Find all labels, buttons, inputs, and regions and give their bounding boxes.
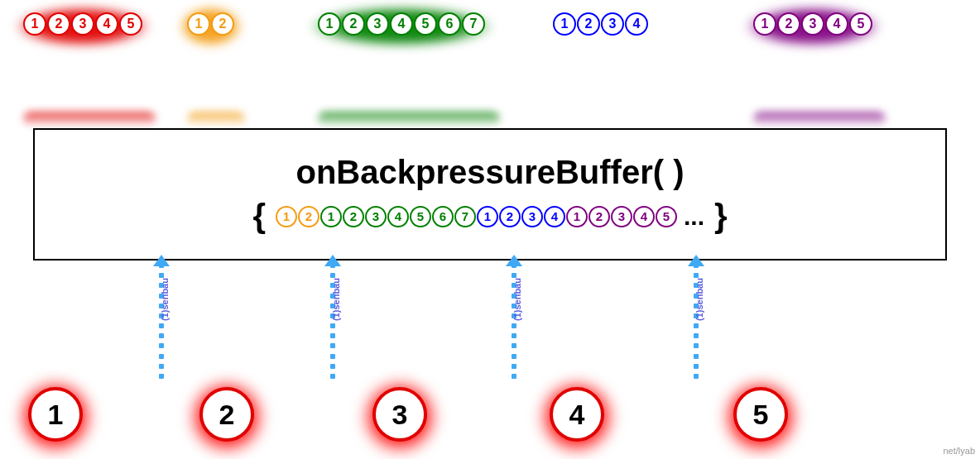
output-marble-4: 4 [550,387,604,442]
buffer-marble-6: 5 [410,206,431,227]
buffer-marble-7: 6 [432,206,454,227]
output-marble-label: 3 [372,387,427,442]
output-marble-3: 3 [372,387,427,442]
emission-group-blue: 1234 [553,12,648,36]
marble-blue-3: 3 [601,12,624,36]
request-arrow-1: (1)senbau [331,263,334,379]
buffer-marble-16: 4 [633,206,655,227]
marble-purple-5: 5 [849,12,872,36]
reflection-row [0,112,980,130]
buffer-marble-13: 1 [566,206,588,227]
buffer-marble-0: 1 [276,206,297,227]
request-label: (1)senbau [512,278,522,321]
buffer-marble-5: 4 [387,206,409,227]
emission-group-red: 12345 [23,12,142,36]
marble-green-1: 1 [318,12,341,36]
marble-green-7: 7 [462,12,485,36]
output-marble-label: 5 [733,387,788,442]
output-marble-2: 2 [199,387,254,442]
marble-blue-4: 4 [625,12,648,36]
buffer-marble-14: 2 [588,206,610,227]
request-arrow-2: (1)senbau [512,263,516,379]
reflection-red [23,112,156,127]
output-marble-5: 5 [733,387,788,442]
brace-open: { [252,198,266,235]
buffer-marble-8: 7 [454,206,476,227]
marble-red-4: 4 [95,12,118,36]
buffer-marble-3: 2 [343,206,364,227]
request-label: (1)senbau [160,278,170,321]
buffer-marble-17: 5 [656,206,677,227]
marble-purple-2: 2 [777,12,800,36]
buffer-marble-15: 3 [611,206,632,227]
buffer-ellipsis: ... [684,203,704,231]
marble-red-1: 1 [23,12,46,36]
marble-red-5: 5 [119,12,142,36]
marble-orange-2: 2 [211,12,234,36]
buffer-items: 121234567123412345 [276,206,677,227]
request-arrow-3: (1)senbau [694,263,698,379]
marble-green-4: 4 [390,12,413,36]
buffer-marble-9: 1 [477,206,498,227]
output-marble-1: 1 [28,387,83,442]
marble-blue-1: 1 [553,12,576,36]
marble-purple-4: 4 [825,12,848,36]
request-label: (1)senbau [331,278,341,321]
buffer-marble-12: 4 [544,206,565,227]
buffer-marble-10: 2 [499,206,521,227]
request-arrow-0: (1)senbau [160,263,163,379]
reflection-orange [187,112,245,127]
output-marble-label: 4 [550,387,604,442]
emission-group-orange: 12 [187,12,234,36]
buffer-row: { 121234567123412345 ... } [244,198,735,235]
marble-red-3: 3 [71,12,94,36]
marble-blue-2: 2 [577,12,600,36]
marble-green-2: 2 [342,12,365,36]
buffer-marble-11: 3 [521,206,543,227]
operator-box: onBackpressureBuffer( ) { 12123456712341… [33,128,947,261]
source-emissions-row: 12345121234567123412345 [0,12,980,62]
marble-green-6: 6 [438,12,461,36]
marble-green-5: 5 [414,12,437,36]
request-label: (1)senbau [694,278,704,321]
output-marble-label: 2 [199,387,254,442]
marble-purple-1: 1 [753,12,776,36]
reflection-green [318,112,500,127]
buffer-marble-4: 3 [365,206,387,227]
brace-close: } [714,198,728,235]
marble-red-2: 2 [47,12,70,36]
emission-group-green: 1234567 [318,12,485,36]
emission-group-purple: 12345 [753,12,872,36]
buffer-marble-1: 2 [298,206,319,227]
output-marble-label: 1 [28,387,83,442]
marble-green-3: 3 [366,12,389,36]
marble-purple-3: 3 [801,12,824,36]
reflection-purple [753,112,886,127]
buffer-marble-2: 1 [320,206,342,227]
watermark: net/lyab [943,446,975,456]
marble-orange-1: 1 [187,12,210,36]
operator-title: onBackpressureBuffer( ) [295,154,684,191]
